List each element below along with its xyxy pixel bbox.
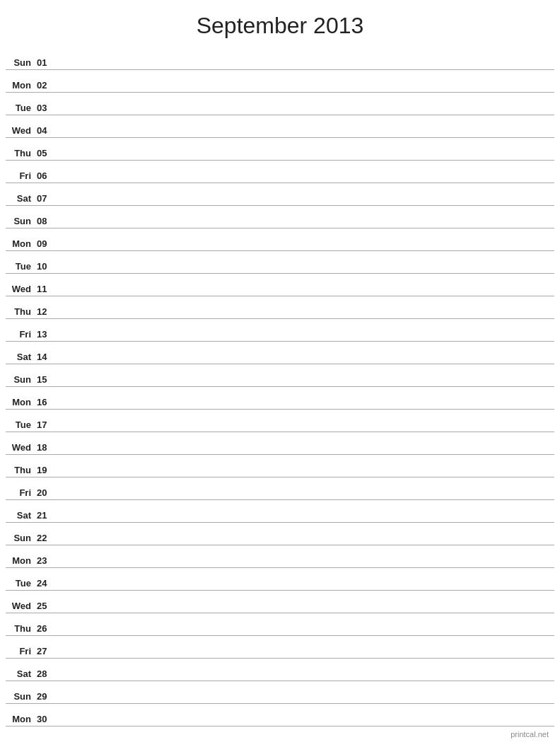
day-name: Thu: [6, 148, 35, 158]
day-line: [57, 497, 554, 498]
day-number: 09: [35, 238, 57, 249]
day-number: 30: [35, 714, 57, 724]
day-number: 12: [35, 306, 57, 317]
day-name: Wed: [6, 284, 35, 294]
calendar-row: Sun22: [6, 523, 554, 545]
day-name: Sun: [6, 57, 35, 68]
day-name: Mon: [6, 555, 35, 566]
day-line: [57, 158, 554, 158]
page-title: September 2013: [0, 0, 560, 47]
calendar-row: Sat28: [6, 659, 554, 681]
day-name: Sat: [6, 510, 35, 521]
day-name: Tue: [6, 103, 35, 113]
calendar-row: Sun08: [6, 206, 554, 228]
day-number: 03: [35, 103, 57, 113]
day-number: 01: [35, 57, 57, 68]
day-number: 22: [35, 533, 57, 543]
day-number: 15: [35, 374, 57, 385]
day-line: [57, 407, 554, 407]
day-line: [57, 135, 554, 136]
day-line: [57, 180, 554, 181]
day-name: Mon: [6, 714, 35, 724]
day-number: 26: [35, 623, 57, 634]
day-line: [57, 520, 554, 521]
day-number: 25: [35, 601, 57, 611]
day-line: [57, 316, 554, 317]
day-name: Tue: [6, 261, 35, 272]
day-name: Mon: [6, 80, 35, 91]
day-number: 16: [35, 397, 57, 407]
day-number: 27: [35, 646, 57, 656]
calendar-row: Wed18: [6, 432, 554, 455]
day-name: Sat: [6, 352, 35, 362]
day-number: 18: [35, 442, 57, 453]
calendar-row: Thu12: [6, 296, 554, 319]
day-line: [57, 475, 554, 475]
day-line: [57, 361, 554, 362]
day-name: Sat: [6, 668, 35, 679]
day-line: [57, 294, 554, 294]
day-name: Thu: [6, 623, 35, 634]
day-line: [57, 271, 554, 272]
day-name: Sat: [6, 193, 35, 204]
calendar-row: Sun29: [6, 681, 554, 704]
day-name: Fri: [6, 329, 35, 340]
calendar-row: Mon09: [6, 228, 554, 251]
day-line: [57, 203, 554, 204]
day-line: [57, 656, 554, 656]
calendar-row: Tue24: [6, 568, 554, 591]
day-name: Sun: [6, 374, 35, 385]
day-name: Thu: [6, 306, 35, 317]
calendar-row: Mon16: [6, 387, 554, 410]
calendar-row: Mon23: [6, 545, 554, 568]
calendar-row: Sat21: [6, 500, 554, 523]
calendar-row: Sat14: [6, 342, 554, 364]
day-number: 04: [35, 125, 57, 136]
day-line: [57, 610, 554, 611]
day-number: 17: [35, 419, 57, 430]
day-number: 08: [35, 216, 57, 226]
day-number: 29: [35, 691, 57, 702]
day-line: [57, 452, 554, 453]
day-name: Wed: [6, 125, 35, 136]
calendar-row: Thu19: [6, 455, 554, 477]
calendar-row: Fri06: [6, 161, 554, 183]
day-name: Mon: [6, 397, 35, 407]
calendar-container: Sun01Mon02Tue03Wed04Thu05Fri06Sat07Sun08…: [0, 47, 560, 726]
day-name: Fri: [6, 646, 35, 656]
day-number: 20: [35, 487, 57, 498]
day-name: Tue: [6, 578, 35, 589]
day-line: [57, 67, 554, 68]
day-name: Sun: [6, 216, 35, 226]
calendar-row: Sat07: [6, 183, 554, 206]
calendar-row: Fri13: [6, 319, 554, 342]
day-number: 02: [35, 80, 57, 91]
calendar-row: Fri27: [6, 636, 554, 659]
day-name: Tue: [6, 419, 35, 430]
day-name: Wed: [6, 442, 35, 453]
day-number: 13: [35, 329, 57, 340]
day-number: 23: [35, 555, 57, 566]
day-line: [57, 724, 554, 724]
day-number: 05: [35, 148, 57, 158]
day-name: Fri: [6, 170, 35, 181]
calendar-row: Mon02: [6, 70, 554, 93]
day-number: 24: [35, 578, 57, 589]
day-line: [57, 429, 554, 430]
calendar-row: Tue17: [6, 410, 554, 432]
calendar-row: Thu26: [6, 613, 554, 636]
calendar-row: Tue03: [6, 93, 554, 115]
day-number: 06: [35, 170, 57, 181]
day-number: 11: [35, 284, 57, 294]
day-line: [57, 633, 554, 634]
day-line: [57, 588, 554, 589]
day-number: 10: [35, 261, 57, 272]
day-line: [57, 226, 554, 226]
day-name: Sun: [6, 691, 35, 702]
day-line: [57, 678, 554, 679]
calendar-row: Wed25: [6, 591, 554, 613]
calendar-row: Wed04: [6, 115, 554, 138]
day-number: 14: [35, 352, 57, 362]
calendar-row: Mon30: [6, 704, 554, 726]
day-line: [57, 248, 554, 249]
